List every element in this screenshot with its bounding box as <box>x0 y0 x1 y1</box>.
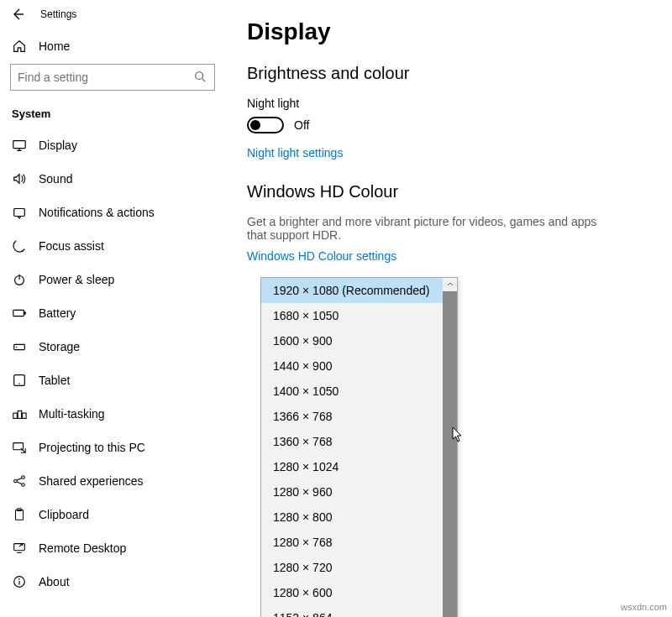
focus-icon <box>12 238 27 254</box>
sidebar-category: System <box>0 101 225 128</box>
sidebar-item-label: About <box>39 575 70 588</box>
remote-icon <box>12 541 27 556</box>
svg-rect-19 <box>14 544 25 551</box>
notifications-icon <box>12 205 27 220</box>
svg-point-14 <box>14 479 18 483</box>
resolution-option[interactable]: 1366 × 768 <box>261 404 443 429</box>
dropdown-list: 1920 × 1080 (Recommended)1680 × 10501600… <box>261 278 443 617</box>
resolution-option[interactable]: 1280 × 1024 <box>261 454 443 479</box>
sidebar-item-tablet[interactable]: Tablet <box>0 363 225 397</box>
sidebar-item-label: Notifications & actions <box>39 206 155 219</box>
svg-rect-4 <box>13 310 24 316</box>
sidebar-item-label: Display <box>39 139 77 152</box>
night-light-state: Off <box>294 118 309 132</box>
resolution-option[interactable]: 1400 × 1050 <box>261 379 443 404</box>
svg-point-0 <box>196 72 203 80</box>
sidebar-item-project[interactable]: Projecting to this PC <box>0 431 225 464</box>
svg-point-7 <box>16 347 17 348</box>
resolution-option[interactable]: 1440 × 900 <box>261 353 443 379</box>
sidebar-item-label: Storage <box>39 340 80 353</box>
home-icon <box>12 39 27 54</box>
home-label: Home <box>39 39 70 53</box>
page-title: Display <box>247 18 650 45</box>
sidebar-item-notifications[interactable]: Notifications & actions <box>0 196 225 229</box>
window-title: Settings <box>40 8 76 20</box>
display-icon <box>12 138 27 153</box>
toggle-knob <box>250 120 260 130</box>
svg-point-21 <box>18 578 20 580</box>
search-wrap <box>0 64 225 101</box>
svg-rect-11 <box>18 410 22 418</box>
resolution-option[interactable]: 1920 × 1080 (Recommended) <box>261 278 443 303</box>
arrow-left-icon <box>11 8 24 21</box>
resolution-option[interactable]: 1280 × 600 <box>261 580 443 605</box>
resolution-option[interactable]: 1152 × 864 <box>261 605 443 617</box>
night-light-toggle[interactable] <box>247 117 284 133</box>
svg-point-15 <box>22 476 25 479</box>
shared-icon <box>12 473 27 489</box>
dropdown-scrollbar[interactable] <box>443 278 457 617</box>
sidebar-home[interactable]: Home <box>0 29 225 64</box>
sidebar-item-shared[interactable]: Shared experiences <box>0 464 225 498</box>
night-light-settings-link[interactable]: Night light settings <box>247 146 343 159</box>
svg-rect-5 <box>24 311 26 315</box>
sidebar-item-label: Power & sleep <box>39 273 114 286</box>
sidebar-item-label: Multi-tasking <box>39 407 105 421</box>
resolution-option[interactable]: 1280 × 960 <box>261 479 443 505</box>
scroll-up-button[interactable] <box>443 278 457 291</box>
search-icon <box>194 71 207 84</box>
watermark: wsxdn.com <box>621 602 667 612</box>
sidebar-item-storage[interactable]: Storage <box>0 330 225 363</box>
storage-icon <box>12 339 27 354</box>
svg-rect-6 <box>14 344 25 349</box>
titlebar: Settings <box>0 0 225 29</box>
sidebar-item-power[interactable]: Power & sleep <box>0 263 225 296</box>
hd-colour-link[interactable]: Windows HD Colour settings <box>247 249 396 263</box>
back-button[interactable] <box>10 7 25 22</box>
resolution-option[interactable]: 1680 × 1050 <box>261 303 443 328</box>
resolution-option[interactable]: 1600 × 900 <box>261 328 443 353</box>
svg-point-9 <box>18 383 19 384</box>
sidebar-item-display[interactable]: Display <box>0 128 225 162</box>
sidebar-item-about[interactable]: About <box>0 565 225 599</box>
svg-rect-1 <box>13 141 25 149</box>
power-icon <box>12 272 27 287</box>
sidebar-item-remote[interactable]: Remote Desktop <box>0 531 225 565</box>
resolution-option[interactable]: 1280 × 800 <box>261 505 443 530</box>
tablet-icon <box>12 373 27 388</box>
night-light-label: Night light <box>247 97 650 110</box>
night-light-toggle-row: Off <box>247 117 650 133</box>
svg-rect-12 <box>23 413 27 418</box>
svg-rect-2 <box>14 209 25 217</box>
nav-list: DisplaySoundNotifications & actionsFocus… <box>0 128 225 599</box>
search-box[interactable] <box>10 64 215 91</box>
chevron-up-icon <box>447 281 454 288</box>
sidebar-item-multitask[interactable]: Multi-tasking <box>0 397 225 431</box>
multitask-icon <box>12 406 27 421</box>
battery-icon <box>12 306 27 321</box>
hd-colour-heading: Windows HD Colour <box>247 182 650 201</box>
sidebar-item-sound[interactable]: Sound <box>0 162 225 196</box>
resolution-option[interactable]: 1280 × 768 <box>261 530 443 555</box>
sidebar-item-label: Projecting to this PC <box>39 441 145 454</box>
search-input[interactable] <box>18 71 194 84</box>
sidebar-item-label: Clipboard <box>39 508 89 521</box>
project-icon <box>12 440 27 455</box>
sidebar: Settings Home System DisplaySoundNotific… <box>0 0 225 617</box>
sidebar-item-focus[interactable]: Focus assist <box>0 229 225 263</box>
resolution-option[interactable]: 1360 × 768 <box>261 429 443 454</box>
sidebar-item-label: Focus assist <box>39 239 104 253</box>
sidebar-item-label: Battery <box>39 306 76 320</box>
sidebar-item-label: Shared experiences <box>39 474 144 488</box>
sidebar-item-label: Remote Desktop <box>39 541 126 555</box>
sidebar-item-clipboard[interactable]: Clipboard <box>0 498 225 531</box>
sound-icon <box>12 171 27 186</box>
about-icon <box>12 574 27 589</box>
resolution-dropdown[interactable]: 1920 × 1080 (Recommended)1680 × 10501600… <box>260 277 458 617</box>
brightness-heading: Brightness and colour <box>247 64 650 83</box>
sidebar-item-battery[interactable]: Battery <box>0 296 225 330</box>
sidebar-item-label: Tablet <box>39 374 70 387</box>
hd-colour-desc: Get a brighter and more vibrant picture … <box>247 215 600 242</box>
svg-rect-10 <box>13 413 17 418</box>
resolution-option[interactable]: 1280 × 720 <box>261 555 443 580</box>
